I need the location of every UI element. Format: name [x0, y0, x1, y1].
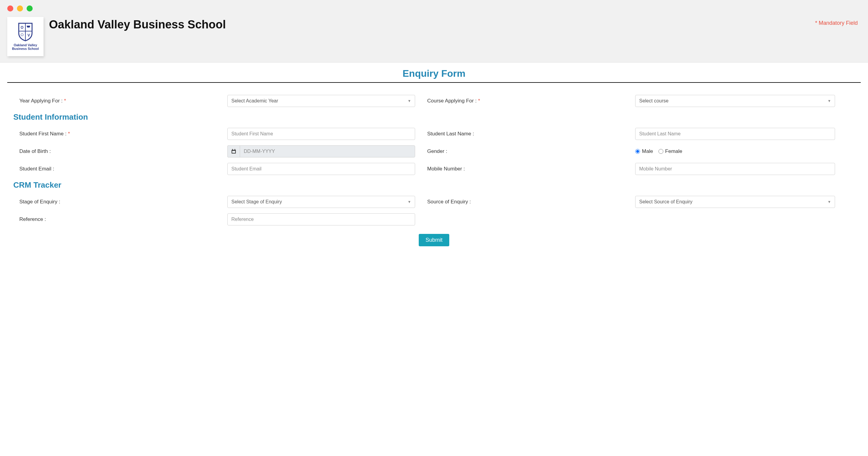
svg-text:O: O	[21, 25, 23, 30]
calendar-icon[interactable]	[227, 145, 240, 157]
source-enquiry-select[interactable]: Select Source of Enquiry ▼	[635, 196, 835, 208]
form-title: Enquiry Form	[7, 63, 861, 82]
source-enquiry-label: Source of Enquiry :	[427, 199, 635, 205]
reference-input[interactable]	[227, 213, 415, 225]
mobile-input[interactable]	[635, 163, 835, 175]
reference-label: Reference :	[19, 216, 227, 222]
gender-female-radio[interactable]: Female	[658, 149, 682, 155]
email-input[interactable]	[227, 163, 415, 175]
chevron-down-icon: ▼	[828, 200, 831, 204]
chevron-down-icon: ▼	[407, 200, 411, 204]
dob-label: Date of Birth :	[19, 149, 227, 155]
email-label: Student Email :	[19, 166, 227, 172]
mandatory-note: * Mandatory Field	[815, 20, 858, 26]
student-section-title: Student Information	[7, 112, 861, 122]
svg-rect-6	[232, 151, 235, 153]
gender-male-radio[interactable]: Male	[635, 149, 653, 155]
minimize-window-button[interactable]	[17, 5, 23, 11]
submit-button[interactable]: Submit	[419, 234, 449, 246]
svg-text:V: V	[28, 33, 30, 37]
last-name-label: Student Last Name :	[427, 131, 635, 137]
school-logo: O V Oakland Valley Business School	[7, 17, 43, 56]
year-applying-label: Year Applying For : *	[19, 98, 227, 104]
maximize-window-button[interactable]	[27, 5, 33, 11]
first-name-label: Student First Name : *	[19, 131, 227, 137]
stage-enquiry-label: Stage of Enquiry :	[19, 199, 227, 205]
first-name-input[interactable]	[227, 128, 415, 140]
course-applying-select[interactable]: Select course ▼	[635, 95, 835, 107]
dob-input[interactable]	[240, 145, 415, 157]
window-chrome	[0, 0, 868, 17]
close-window-button[interactable]	[7, 5, 13, 11]
year-applying-select[interactable]: Select Academic Year ▼	[227, 95, 415, 107]
svg-point-4	[21, 34, 23, 36]
svg-rect-8	[235, 149, 235, 150]
gender-label: Gender :	[427, 149, 635, 155]
form-content: Enquiry Form Year Applying For : * Selec…	[0, 63, 868, 258]
last-name-input[interactable]	[635, 128, 835, 140]
chevron-down-icon: ▼	[407, 99, 411, 103]
logo-text: Oakland Valley Business School	[12, 43, 39, 51]
title-divider	[7, 82, 861, 83]
page-title: Oakland Valley Business School	[49, 18, 226, 31]
chevron-down-icon: ▼	[828, 99, 831, 103]
stage-enquiry-select[interactable]: Select Stage of Enquiry ▼	[227, 196, 415, 208]
svg-rect-7	[232, 149, 233, 150]
course-applying-label: Course Applying For : *	[427, 98, 635, 104]
crm-section-title: CRM Tracker	[7, 181, 861, 190]
mobile-label: Mobile Number :	[427, 166, 635, 172]
shield-icon: O V	[18, 23, 33, 41]
page-header: O V Oakland Valley Business School Oakla…	[0, 17, 868, 63]
